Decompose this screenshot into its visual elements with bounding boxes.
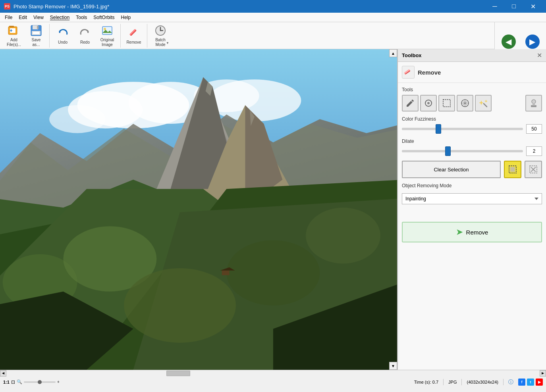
selection-row: Clear Selection: [402, 161, 542, 178]
object-removing-mode-section: Object Removing Mode Inpainting Smart Fi…: [402, 183, 542, 204]
scroll-track[interactable]: [6, 370, 540, 377]
menu-view[interactable]: View: [30, 13, 47, 22]
zoom-slider[interactable]: [24, 381, 56, 383]
svg-point-55: [464, 102, 466, 104]
add-files-icon: [8, 24, 20, 37]
scroll-right-arrow[interactable]: ▶: [540, 370, 546, 377]
redo-button[interactable]: Redo: [74, 25, 96, 47]
canvas-scroll-up-button[interactable]: ▲: [389, 49, 397, 57]
spacer: [402, 209, 542, 217]
clear-selection-button[interactable]: Clear Selection: [402, 161, 501, 178]
magic-tool-button[interactable]: [457, 95, 473, 111]
canvas-area[interactable]: ▲ ▼: [0, 49, 397, 370]
batch-mode-button[interactable]: BatchMode ▼: [150, 25, 171, 47]
horizontal-scrollbar[interactable]: ◀ ▶: [0, 370, 546, 376]
svg-point-61: [532, 100, 536, 104]
toolbar-edit-group: Undo Redo OriginalImage: [52, 24, 121, 48]
color-fuzziness-thumb[interactable]: [436, 124, 441, 134]
pencil-tool-button[interactable]: [402, 95, 419, 111]
remove-section-title: Remove: [418, 69, 441, 76]
object-removing-mode-label: Object Removing Mode: [402, 183, 542, 188]
remove-icon: [127, 27, 140, 39]
status-text-area: Time (s): 0.7 JPG (4032x3024x24) ⓘ f t ▶: [414, 379, 543, 386]
menu-edit[interactable]: Edit: [15, 13, 30, 22]
toolbox-panel: Toolbox ✕ Remove Tools: [397, 49, 546, 370]
twitter-icon[interactable]: t: [527, 379, 534, 386]
toolbox-body: Tools: [398, 83, 546, 246]
zoom-fit-icon[interactable]: ⊡: [11, 379, 15, 385]
save-as-label: Saveas...: [32, 38, 41, 47]
menu-file[interactable]: File: [2, 13, 15, 22]
maximize-button[interactable]: □: [505, 0, 523, 13]
canvas-scroll-down-button[interactable]: ▼: [389, 362, 397, 370]
window-title: Photo Stamp Remover - IMG_1599-1.jpg*: [14, 4, 109, 10]
remove-arrow-icon: ➤: [456, 227, 463, 237]
selection-icon-button-2[interactable]: [525, 161, 542, 178]
svg-rect-7: [37, 26, 39, 29]
color-fuzziness-slider[interactable]: [402, 128, 523, 130]
facebook-icon[interactable]: f: [518, 379, 525, 386]
scroll-thumb[interactable]: [166, 371, 190, 376]
status-divider-3: [503, 379, 504, 385]
scroll-left-arrow[interactable]: ◀: [0, 370, 6, 377]
menu-tools[interactable]: Tools: [73, 13, 90, 22]
toolbox-title: Toolbox: [402, 52, 422, 58]
tools-section: Tools: [402, 87, 542, 111]
menu-selection[interactable]: Selection: [47, 13, 73, 22]
title-bar: PS Photo Stamp Remover - IMG_1599-1.jpg*…: [0, 0, 546, 13]
add-files-button[interactable]: AddFile(s)...: [3, 25, 25, 47]
svg-point-41: [306, 208, 380, 263]
main-content: ▲ ▼ Toolbox ✕ Remove Tools: [0, 49, 546, 370]
svg-rect-65: [510, 167, 515, 172]
remove-action-button[interactable]: ➤ Remove: [402, 222, 542, 242]
batch-mode-label: BatchMode: [155, 38, 166, 47]
redo-icon: [79, 27, 91, 39]
format-label: JPG: [448, 380, 457, 384]
color-fuzziness-row: 50: [402, 124, 542, 134]
dilate-row: 2: [402, 146, 542, 156]
zoom-level-label: 1:1: [3, 380, 10, 384]
zoom-minus-icon[interactable]: 🔍: [17, 379, 22, 384]
toolbar-batch-group: BatchMode ▼: [150, 24, 174, 48]
menu-help[interactable]: Help: [118, 13, 134, 22]
dimensions-label: (4032x3024x24): [467, 380, 498, 384]
svg-point-39: [124, 268, 236, 343]
dilate-slider[interactable]: [402, 150, 523, 152]
remove-section-icon: [402, 66, 415, 79]
svg-point-40: [226, 240, 320, 306]
dilate-value: 2: [526, 146, 542, 156]
zoom-plus-icon[interactable]: +: [57, 380, 60, 384]
toolbox-header: Toolbox ✕: [398, 49, 546, 62]
close-button[interactable]: ✕: [524, 0, 542, 13]
remove-toolbar-button[interactable]: Remove: [123, 25, 145, 47]
youtube-icon[interactable]: ▶: [536, 379, 543, 386]
mode-dropdown[interactable]: Inpainting Smart Fill Move/Clone: [402, 193, 542, 204]
mountain-image: [0, 49, 397, 370]
redo-label: Redo: [80, 40, 90, 45]
svg-rect-9: [33, 32, 39, 34]
undo-icon: [56, 27, 69, 39]
save-as-button[interactable]: Saveas...: [25, 25, 47, 47]
toolbar-remove-group: Remove: [123, 24, 147, 48]
minimize-button[interactable]: ─: [486, 0, 504, 13]
stamp-tool-button[interactable]: [525, 95, 542, 111]
time-label: Time (s): 0.7: [414, 380, 438, 384]
selection-icon-button-1[interactable]: [504, 161, 521, 178]
image-container[interactable]: [0, 49, 397, 370]
status-divider-2: [461, 379, 462, 385]
rect-selection-tool-button[interactable]: [438, 95, 455, 111]
remove-label: Remove: [126, 40, 141, 45]
svg-point-51: [427, 102, 430, 104]
original-image-button[interactable]: OriginalImage: [96, 25, 118, 47]
circle-tool-button[interactable]: [420, 95, 437, 111]
app-icon: PS: [4, 3, 10, 10]
toolbox-close-button[interactable]: ✕: [537, 52, 542, 59]
svg-line-60: [484, 104, 487, 107]
svg-rect-12: [102, 27, 112, 35]
undo-button[interactable]: Undo: [52, 25, 73, 47]
wand-tool-button[interactable]: [475, 95, 492, 111]
menu-softorbits[interactable]: SoftOrbits: [90, 13, 118, 22]
dilate-thumb[interactable]: [445, 146, 451, 156]
svg-rect-2: [9, 26, 14, 27]
info-icon[interactable]: ⓘ: [508, 379, 513, 386]
